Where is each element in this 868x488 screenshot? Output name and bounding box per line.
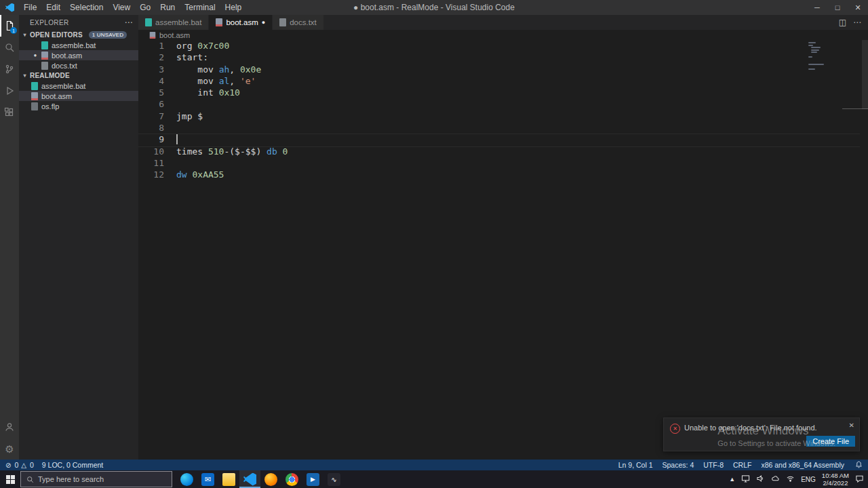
taskbar-app-chrome[interactable]	[281, 470, 302, 488]
menu-go[interactable]: Go	[135, 0, 155, 15]
tray-speaker-icon[interactable]	[756, 473, 765, 485]
breadcrumb[interactable]: boot.asm	[138, 30, 868, 40]
windows-logo-icon	[6, 475, 15, 484]
menu-view[interactable]: View	[108, 0, 135, 15]
status-bar-right: Ln 9, Col 1Spaces: 4UTF-8CRLFx86 and x86…	[618, 461, 844, 469]
code-line: dw 0xAA55	[176, 169, 800, 180]
taskbar-app-edge[interactable]	[176, 470, 197, 488]
minimize-button[interactable]: ─	[807, 0, 827, 15]
tray-network-icon[interactable]	[786, 473, 795, 485]
tree-item[interactable]: assemble.bat	[19, 81, 138, 91]
error-count[interactable]: 0	[14, 461, 18, 469]
open-editor-item[interactable]: assemble.bat	[19, 40, 138, 50]
menu-edit[interactable]: Edit	[41, 0, 65, 15]
sidebar-more-actions-icon[interactable]: ⋯	[125, 18, 133, 27]
code-line: start:	[176, 52, 800, 63]
open-editors-label: OPEN EDITORS	[30, 31, 83, 39]
taskbar-app-game[interactable]: ∿	[323, 470, 344, 488]
file-icon	[41, 52, 48, 60]
taskbar-app-vscode[interactable]	[239, 470, 260, 488]
errors-icon[interactable]: ⊘	[5, 462, 11, 469]
code-token: org	[176, 41, 197, 51]
warning-count[interactable]: 0	[30, 461, 34, 469]
settings-gear-icon[interactable]: ⚙	[0, 438, 19, 460]
scrollbar-slider[interactable]	[862, 40, 868, 109]
menu-bar: FileEditSelectionViewGoRunTerminalHelp	[19, 0, 246, 15]
open-editor-item[interactable]: docs.txt	[19, 60, 138, 70]
notification-close-icon[interactable]: ✕	[849, 422, 854, 429]
unsaved-badge: 1 UNSAVED	[89, 31, 127, 39]
close-button[interactable]: ✕	[848, 0, 868, 15]
tab-docs.txt[interactable]: docs.txt	[273, 15, 324, 30]
language-indicator[interactable]: ENG	[801, 476, 816, 483]
notifications-bell-icon[interactable]	[855, 461, 863, 470]
line-number: 4	[138, 75, 164, 87]
folder-section-header[interactable]: ▾ REALMODE	[19, 70, 138, 81]
status-ln-9-col-1[interactable]: Ln 9, Col 1	[618, 461, 653, 469]
media-icon: ▶	[307, 473, 319, 486]
taskbar-app-mail[interactable]: ✉	[197, 470, 218, 488]
menu-run[interactable]: Run	[155, 0, 180, 15]
status-utf-8[interactable]: UTF-8	[703, 461, 724, 469]
menu-terminal[interactable]: Terminal	[180, 0, 220, 15]
status-crlf[interactable]: CRLF	[733, 461, 751, 469]
hidden-icons-chevron-icon[interactable]: ▲	[729, 476, 735, 483]
file-icon	[31, 102, 38, 110]
action-center-icon[interactable]	[855, 473, 864, 485]
file-name: assemble.bat	[52, 41, 96, 49]
line-number-gutter: 123456789101112	[138, 40, 164, 181]
tab-boot.asm[interactable]: boot.asm●	[209, 15, 273, 30]
account-icon[interactable]	[0, 416, 19, 438]
taskbar-search-input[interactable]: Type here to search	[20, 471, 172, 487]
game-icon: ∿	[328, 473, 340, 486]
source-control-icon[interactable]	[0, 58, 19, 80]
warnings-icon[interactable]: △	[21, 462, 26, 469]
minimap-line	[808, 56, 812, 58]
start-button[interactable]	[0, 470, 20, 488]
code-token: times	[176, 146, 208, 157]
open-editor-item[interactable]: ●boot.asm	[19, 50, 138, 60]
taskbar-app-file-explorer[interactable]	[218, 470, 239, 488]
open-editors-header[interactable]: ▾ OPEN EDITORS 1 UNSAVED	[19, 30, 138, 40]
run-debug-icon[interactable]	[0, 80, 19, 102]
explorer-sidebar: EXPLORER ⋯ ▾ OPEN EDITORS 1 UNSAVED asse…	[19, 15, 138, 460]
taskbar-app-media[interactable]: ▶	[302, 470, 323, 488]
explorer-icon[interactable]: 1	[0, 15, 19, 37]
file-name: boot.asm	[41, 92, 72, 100]
line-number: 3	[138, 64, 164, 75]
code-token	[277, 146, 283, 157]
tab-assemble.bat[interactable]: assemble.bat	[138, 15, 209, 30]
menu-file[interactable]: File	[19, 0, 41, 15]
tree-item[interactable]: os.flp	[19, 101, 138, 111]
file-icon	[279, 18, 286, 26]
tree-item[interactable]: boot.asm	[19, 91, 138, 101]
taskbar-app-firefox[interactable]	[260, 470, 281, 488]
minimap[interactable]	[808, 42, 859, 70]
taskbar-clock[interactable]: 10:48 AM 2/4/2022	[822, 472, 849, 487]
extensions-icon[interactable]	[0, 102, 19, 123]
firefox-icon	[264, 473, 277, 486]
split-editor-icon[interactable]: ◫	[839, 18, 846, 27]
tray-cloud-icon[interactable]	[771, 473, 780, 485]
tab-label: docs.txt	[290, 18, 317, 26]
chrome-icon	[285, 473, 298, 486]
menu-selection[interactable]: Selection	[65, 0, 108, 15]
loc-counter[interactable]: 9 LOC, 0 Comment	[42, 461, 103, 469]
tab-label: boot.asm	[226, 18, 258, 26]
code-token: 0xAA55	[192, 169, 224, 180]
more-actions-icon[interactable]: ⋯	[853, 18, 861, 27]
code-line: mov ah, 0x0e	[176, 64, 800, 75]
tray-monitor-icon[interactable]	[741, 473, 750, 485]
code-editor[interactable]: 123456789101112 org 0x7c00start: mov ah,…	[138, 40, 868, 460]
unsaved-count-badge: 1	[10, 27, 17, 34]
menu-help[interactable]: Help	[220, 0, 247, 15]
system-tray: ▲ ENG 10:48 AM 2/4/2022	[729, 470, 868, 488]
maximize-button[interactable]: □	[827, 0, 848, 15]
status-x86-and-x86-64-assembly[interactable]: x86 and x86_64 Assembly	[761, 461, 844, 469]
create-file-button[interactable]: Create File	[806, 436, 855, 447]
file-icon	[150, 31, 156, 38]
code-token: jmp $	[176, 111, 203, 121]
status-spaces[interactable]: Spaces: 4	[663, 461, 694, 469]
file-name: boot.asm	[52, 52, 82, 60]
search-icon[interactable]	[0, 37, 19, 58]
